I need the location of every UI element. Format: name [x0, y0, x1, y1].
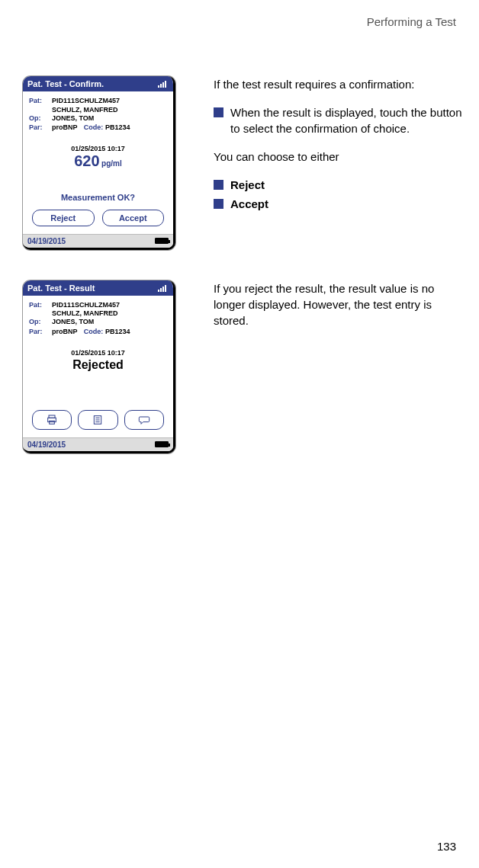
- device-titlebar: Pat. Test - Confirm.: [23, 76, 173, 91]
- device-result: Pat. Test - Result Pat: PID111SCHULZM457…: [23, 280, 175, 453]
- device-footer: 04/19/2015: [23, 234, 173, 248]
- device-confirm: Pat. Test - Confirm. Pat: PID111SCHULZM4…: [23, 76, 175, 250]
- code-val: PB1234: [105, 328, 130, 335]
- row-confirm: Pat. Test - Confirm. Pat: PID111SCHULZM4…: [15, 76, 464, 250]
- op-label: Op:: [29, 317, 52, 327]
- pat-label: Pat:: [29, 300, 52, 310]
- print-button[interactable]: [32, 410, 72, 430]
- page-header: Performing a Test: [367, 15, 456, 28]
- op-label: Op:: [29, 114, 52, 123]
- battery-icon: [155, 238, 169, 244]
- comment-button[interactable]: [124, 410, 164, 430]
- pat-id: PID111SCHULZM457: [52, 96, 167, 106]
- list-item: When the result is displayed, touch the …: [214, 104, 464, 136]
- op-val: JONES, TOM: [52, 114, 167, 123]
- footer-date: 04/19/2015: [27, 237, 66, 245]
- result-status: Rejected: [29, 358, 167, 372]
- footer-date: 04/19/2015: [27, 440, 66, 449]
- signal-icon: [158, 80, 169, 88]
- device-footer: 04/19/2015: [23, 437, 173, 451]
- result-unit: pg/ml: [101, 159, 122, 168]
- list-icon: [91, 414, 104, 426]
- op-val: JONES, TOM: [52, 317, 167, 327]
- menu-button[interactable]: [78, 410, 117, 430]
- svg-rect-0: [49, 415, 55, 418]
- par-val: proBNP Code: PB1234: [52, 327, 167, 337]
- par-label: Par:: [29, 123, 52, 133]
- pat-id: PID111SCHULZM457: [52, 300, 167, 310]
- signal-icon: [158, 284, 169, 292]
- par-val: proBNP Code: PB1234: [52, 123, 167, 133]
- code-label: Code:: [84, 123, 104, 131]
- device-titlebar: Pat. Test - Result: [23, 280, 173, 296]
- code-label: Code:: [84, 328, 104, 335]
- paragraph: You can choose to either: [214, 149, 464, 165]
- page-content: Pat. Test - Confirm. Pat: PID111SCHULZM4…: [15, 76, 464, 484]
- row-result: Pat. Test - Result Pat: PID111SCHULZM457…: [15, 280, 464, 453]
- par-label: Par:: [29, 327, 52, 337]
- paragraph: If you reject the result, the result val…: [214, 280, 464, 328]
- svg-rect-2: [50, 421, 55, 424]
- list-item: Reject: [214, 177, 464, 193]
- measurement-prompt: Measurement OK?: [29, 193, 167, 202]
- speech-bubble-icon: [137, 414, 151, 426]
- pat-name: SCHULZ, MANFRED: [52, 106, 167, 114]
- pat-name: SCHULZ, MANFRED: [52, 309, 167, 317]
- result-timestamp: 01/25/2015 10:17: [29, 349, 167, 357]
- pat-label: Pat:: [29, 96, 52, 106]
- battery-icon: [155, 441, 169, 447]
- printer-icon: [45, 414, 59, 426]
- result-timestamp: 01/25/2015 10:17: [29, 145, 167, 152]
- device-title: Pat. Test - Confirm.: [27, 79, 104, 88]
- accept-button[interactable]: Accept: [102, 210, 165, 226]
- page-number: 133: [437, 840, 456, 853]
- result-value: 620: [74, 152, 99, 169]
- code-val: PB1234: [105, 123, 130, 131]
- list-item: Accept: [214, 196, 464, 212]
- device-title: Pat. Test - Result: [27, 283, 95, 293]
- reject-button[interactable]: Reject: [32, 210, 95, 226]
- paragraph: If the test result requires a confirmati…: [214, 76, 464, 92]
